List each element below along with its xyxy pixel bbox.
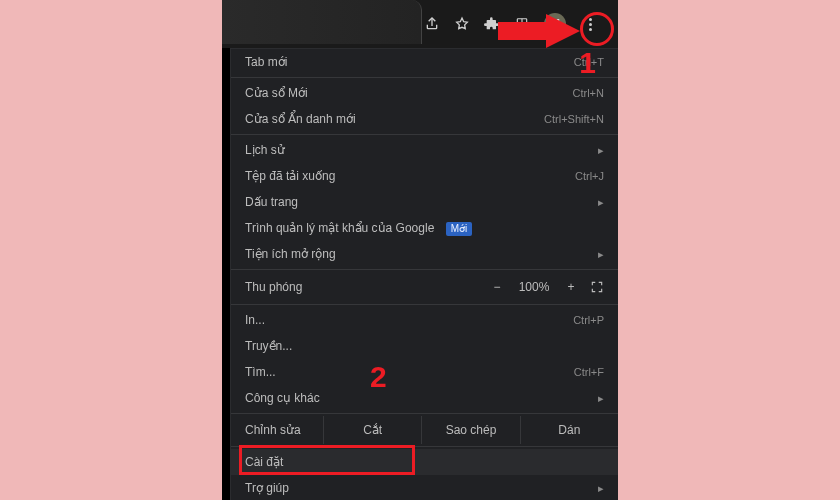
menu-label: Cửa sổ Ẩn danh mới (245, 112, 544, 126)
chrome-main-menu: Tab mới Ctrl+T Cửa sổ Mới Ctrl+N Cửa sổ … (230, 48, 618, 500)
avatar-initial: M (550, 17, 560, 31)
menu-shortcut: Ctrl+P (573, 314, 604, 326)
menu-shortcut: Ctrl+Shift+N (544, 113, 604, 125)
menu-label: Tệp đã tải xuống (245, 169, 575, 183)
menu-separator (231, 134, 618, 135)
menu-item-incognito[interactable]: Cửa sổ Ẩn danh mới Ctrl+Shift+N (231, 106, 618, 132)
chevron-right-icon: ▸ (598, 144, 604, 157)
menu-separator (231, 304, 618, 305)
menu-label: Trình quản lý mật khẩu của Google Mới (245, 221, 604, 236)
menu-separator (231, 413, 618, 414)
chevron-right-icon: ▸ (598, 248, 604, 261)
menu-item-history[interactable]: Lịch sử ▸ (231, 137, 618, 163)
menu-item-help[interactable]: Trợ giúp ▸ (231, 475, 618, 500)
menu-item-print[interactable]: In... Ctrl+P (231, 307, 618, 333)
menu-item-bookmarks[interactable]: Dấu trang ▸ (231, 189, 618, 215)
menu-separator (231, 269, 618, 270)
menu-label: Cửa sổ Mới (245, 86, 573, 100)
menu-item-new-tab[interactable]: Tab mới Ctrl+T (231, 49, 618, 75)
menu-separator (231, 446, 618, 447)
chevron-right-icon: ▸ (598, 196, 604, 209)
zoom-out-button[interactable]: − (490, 280, 504, 294)
edit-paste-button[interactable]: Dán (520, 416, 618, 444)
menu-label: Truyền... (245, 339, 604, 353)
menu-shortcut: Ctrl+J (575, 170, 604, 182)
menu-label: Công cụ khác (245, 391, 598, 405)
menu-item-edit: Chỉnh sửa Cắt Sao chép Dán (231, 416, 618, 444)
menu-shortcut: Ctrl+N (573, 87, 604, 99)
bookmark-star-icon[interactable] (454, 16, 470, 32)
profile-avatar[interactable]: M (544, 13, 566, 35)
menu-label: Lịch sử (245, 143, 598, 157)
menu-item-new-window[interactable]: Cửa sổ Mới Ctrl+N (231, 80, 618, 106)
chevron-right-icon: ▸ (598, 392, 604, 405)
chevron-right-icon: ▸ (598, 482, 604, 495)
edit-copy-button[interactable]: Sao chép (421, 416, 519, 444)
menu-shortcut: Ctrl+F (574, 366, 604, 378)
menu-item-zoom: Thu phóng − 100% + (231, 272, 618, 302)
menu-separator (231, 77, 618, 78)
menu-item-downloads[interactable]: Tệp đã tải xuống Ctrl+J (231, 163, 618, 189)
menu-item-settings[interactable]: Cài đặt (231, 449, 618, 475)
menu-label: Tìm... (245, 365, 574, 379)
edit-label: Chỉnh sửa (245, 423, 323, 437)
menu-item-extensions[interactable]: Tiện ích mở rộng ▸ (231, 241, 618, 267)
new-badge: Mới (446, 222, 473, 236)
menu-item-cast[interactable]: Truyền... (231, 333, 618, 359)
active-tab-edge (222, 0, 422, 44)
fullscreen-icon[interactable] (590, 280, 604, 294)
zoom-value: 100% (516, 280, 552, 294)
menu-label: In... (245, 313, 573, 327)
menu-label: Dấu trang (245, 195, 598, 209)
menu-label: Tab mới (245, 55, 574, 69)
menu-label: Tiện ích mở rộng (245, 247, 598, 261)
browser-window: M Tab mới Ctrl+T Cửa sổ Mới Ctrl+N Cửa s… (222, 0, 618, 500)
menu-shortcut: Ctrl+T (574, 56, 604, 68)
menu-dots-button[interactable] (580, 14, 600, 34)
browser-toolbar: M (222, 0, 618, 48)
menu-label: Cài đặt (245, 455, 604, 469)
zoom-label: Thu phóng (245, 280, 478, 294)
edit-cut-button[interactable]: Cắt (323, 416, 421, 444)
zoom-in-button[interactable]: + (564, 280, 578, 294)
share-icon[interactable] (424, 16, 440, 32)
menu-label: Trợ giúp (245, 481, 598, 495)
menu-item-more-tools[interactable]: Công cụ khác ▸ (231, 385, 618, 411)
reading-list-icon[interactable] (514, 16, 530, 32)
extensions-puzzle-icon[interactable] (484, 16, 500, 32)
menu-item-find[interactable]: Tìm... Ctrl+F (231, 359, 618, 385)
menu-item-password-manager[interactable]: Trình quản lý mật khẩu của Google Mới (231, 215, 618, 241)
